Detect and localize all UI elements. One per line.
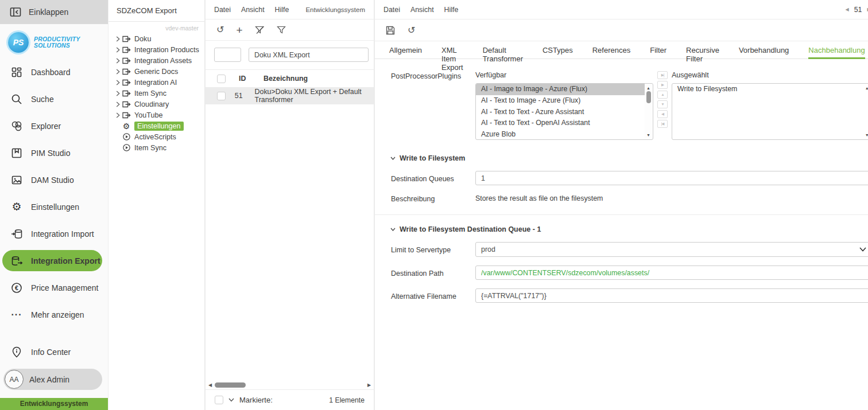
column-header-name[interactable]: Bezeichnung	[264, 75, 308, 83]
menu-datei[interactable]: Datei	[214, 6, 231, 14]
tree-item-activescripts[interactable]: ActiveScripts	[108, 131, 204, 142]
tree-item-generic-docs[interactable]: Generic Docs	[108, 66, 204, 77]
chevron-down-icon[interactable]	[390, 157, 396, 160]
chevron-right-icon[interactable]	[114, 101, 122, 107]
search-input[interactable]	[249, 48, 369, 62]
move-left-button[interactable]: ◀	[657, 110, 668, 118]
selected-list[interactable]: Write to Filesystem ▲ ▼	[672, 83, 868, 140]
sidebar-item-explorer[interactable]: Explorer	[0, 112, 108, 139]
scroll-down-icon[interactable]: ▼	[865, 131, 868, 139]
tab-allgemein[interactable]: Allgemein	[389, 41, 422, 59]
sidebar-item-integration-import[interactable]: Integration Import	[0, 220, 108, 247]
list-item[interactable]: AI - Text to Text - OpenAI Assistant	[476, 118, 645, 129]
list-item[interactable]: AI - Image to Image - Azure (Flux)	[476, 84, 645, 95]
tree-item-integration-assets[interactable]: Integration Assets	[108, 55, 204, 66]
scrollbar-track[interactable]	[213, 382, 366, 388]
tree-item-cloudinary[interactable]: Cloudinary	[108, 99, 204, 110]
scroll-up-icon[interactable]: ▲	[865, 84, 868, 91]
section-destination-queue-1[interactable]: Write to Filesystem Destination Queue - …	[375, 225, 868, 233]
menu-datei[interactable]: Datei	[383, 6, 400, 14]
scrollbar-thumb[interactable]	[215, 382, 246, 388]
alternative-filename-label: Alternative Filename	[391, 291, 475, 300]
marked-checkbox[interactable]	[215, 396, 223, 404]
move-all-right-button[interactable]: ▶|	[657, 71, 668, 79]
alternative-filename-input[interactable]	[475, 288, 868, 303]
chevron-down-icon[interactable]	[228, 398, 234, 402]
menu-ansicht[interactable]: Ansicht	[241, 6, 265, 14]
tree-item-doku[interactable]: Doku	[108, 33, 204, 44]
chevron-right-icon[interactable]	[114, 91, 122, 96]
column-header-id[interactable]: ID	[239, 75, 264, 83]
refresh-button[interactable]: ↺	[408, 26, 415, 35]
chevron-down-icon[interactable]	[390, 228, 396, 231]
scroll-left-icon[interactable]: ◀	[207, 382, 213, 388]
section-write-to-filesystem[interactable]: Write to Filesystem	[375, 154, 868, 162]
sidebar-item-dam-studio[interactable]: DAM Studio	[0, 166, 108, 193]
brand-logo[interactable]: PS PRODUCTIVITY SOLUTIONS	[0, 24, 108, 58]
tab-nachbehandlung[interactable]: Nachbehandlung	[808, 41, 865, 59]
list-item[interactable]: Azure Blob	[476, 129, 645, 140]
chevron-right-icon[interactable]	[114, 80, 122, 85]
prev-record-icon[interactable]: ◀	[846, 7, 849, 12]
menu-hilfe[interactable]: Hilfe	[275, 6, 289, 14]
sidebar-item-dashboard[interactable]: Dashboard	[0, 58, 108, 85]
tab-recursive-filter[interactable]: Recursive Filter	[686, 41, 719, 59]
tree-item-integration-products[interactable]: Integration Products	[108, 44, 204, 55]
tab-xml-item-export[interactable]: XML Item Export	[441, 41, 463, 59]
list-item[interactable]: Write to Filesystem	[672, 84, 863, 95]
select-all-checkbox[interactable]	[217, 75, 226, 83]
move-all-left-button[interactable]: |◀	[657, 120, 668, 128]
move-right-button[interactable]: ▶	[657, 81, 668, 89]
tab-bar: Allgemein XML Item Export Default Transf…	[375, 41, 868, 59]
horizontal-scrollbar[interactable]: ◀ ▶	[207, 381, 372, 389]
add-button[interactable]: +	[236, 25, 242, 36]
move-up-button[interactable]: ▲	[657, 91, 668, 99]
list-item[interactable]: AI - Text to Text - Azure Assistant	[476, 107, 645, 118]
table-row[interactable]: 51 Doku>Doku XML Export + Default Transf…	[206, 87, 374, 104]
scroll-up-icon[interactable]: ▲	[646, 84, 650, 91]
destination-path-input[interactable]	[475, 265, 868, 280]
tree-item-youtube[interactable]: YouTube	[108, 110, 204, 120]
available-list[interactable]: AI - Image to Image - Azure (Flux) AI - …	[475, 83, 653, 140]
refresh-button[interactable]: ↺	[216, 25, 224, 34]
chevron-right-icon[interactable]	[114, 47, 122, 53]
scrollbar-thumb[interactable]	[646, 91, 651, 103]
tree-item-item-sync-script[interactable]: Item Sync	[108, 142, 204, 153]
save-button[interactable]	[386, 26, 395, 35]
chevron-right-icon[interactable]	[114, 36, 122, 42]
destination-queues-input[interactable]	[475, 171, 868, 185]
sidebar-item-suche[interactable]: Suche	[0, 85, 108, 112]
sidebar-collapse-button[interactable]: Einklappen	[0, 0, 108, 24]
sidebar-item-pim-studio[interactable]: PIM Studio	[0, 139, 108, 166]
tree-item-einstellungen[interactable]: ⚙ Einstellungen	[108, 120, 204, 131]
chevron-right-icon[interactable]	[114, 58, 122, 64]
chevron-right-icon[interactable]	[114, 112, 122, 118]
tab-filter[interactable]: Filter	[650, 41, 666, 59]
tab-cstypes[interactable]: CSTypes	[542, 41, 573, 59]
menu-hilfe[interactable]: Hilfe	[444, 6, 459, 14]
sidebar-item-mehr-anzeigen[interactable]: ··· Mehr anzeigen	[0, 301, 108, 328]
sidebar-item-einstellungen[interactable]: ⚙ Einstellungen	[0, 193, 108, 220]
menu-ansicht[interactable]: Ansicht	[410, 6, 434, 14]
filter-button[interactable]	[277, 26, 286, 34]
vertical-scrollbar[interactable]: ▲ ▼	[645, 84, 652, 139]
row-checkbox[interactable]	[217, 92, 226, 100]
tree-item-item-sync[interactable]: Item Sync	[108, 88, 204, 99]
scroll-down-icon[interactable]: ▼	[646, 131, 650, 139]
list-item[interactable]: AI - Text to Image - Azure (Flux)	[476, 95, 645, 107]
tree-item-integration-ai[interactable]: Integration AI	[108, 77, 204, 88]
move-down-button[interactable]: ▼	[657, 100, 668, 108]
tab-default-transformer[interactable]: Default Transformer	[483, 41, 523, 59]
servertype-select[interactable]: prod	[475, 242, 868, 257]
sidebar-item-price-management[interactable]: € Price Management	[0, 274, 108, 301]
clear-filter-button[interactable]	[255, 26, 265, 34]
chevron-right-icon[interactable]	[114, 69, 122, 75]
id-filter-input[interactable]	[214, 48, 241, 62]
vertical-scrollbar[interactable]: ▲ ▼	[863, 84, 868, 139]
tab-references[interactable]: References	[592, 41, 630, 59]
user-menu[interactable]: AA Alex Admin	[3, 369, 102, 390]
tab-vorbehandlung[interactable]: Vorbehandlung	[739, 41, 789, 59]
sidebar-item-info-center[interactable]: Info Center	[0, 338, 108, 365]
scroll-right-icon[interactable]: ▶	[366, 382, 372, 388]
sidebar-item-integration-export[interactable]: Integration Export	[2, 250, 102, 271]
